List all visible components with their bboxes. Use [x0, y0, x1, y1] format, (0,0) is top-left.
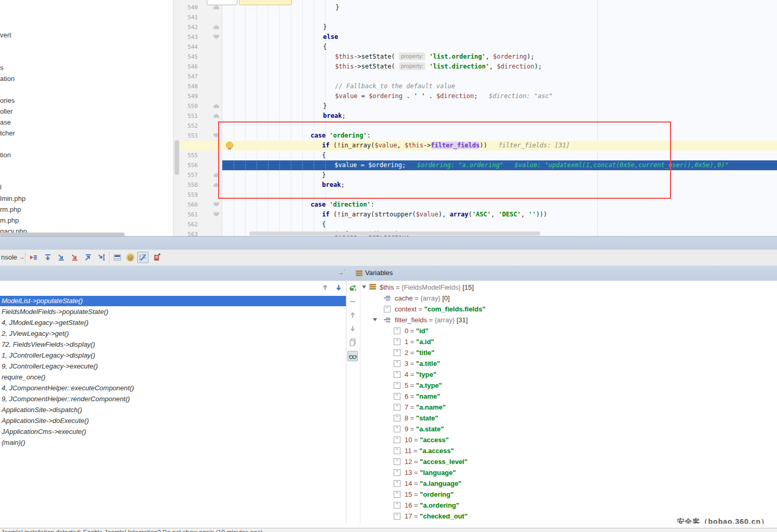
fold-end-icon[interactable]: [213, 5, 219, 9]
frames-row[interactable]: 4, JModelLegacy->getState(): [0, 318, 346, 328]
variable-row[interactable]: "3 = "a.title": [359, 358, 777, 369]
fold-end-icon[interactable]: [213, 173, 219, 177]
gutter-line-number[interactable]: 546: [180, 62, 198, 72]
frames-pin-icon[interactable]: →˙: [338, 269, 346, 276]
evaluate-expression-icon[interactable]: [112, 252, 123, 263]
float-window-icon[interactable]: →˙: [19, 253, 27, 261]
gutter-line-number[interactable]: 553: [180, 131, 198, 141]
gutter-line-number[interactable]: 551: [180, 111, 198, 121]
project-tree-item[interactable]: l: [0, 183, 2, 191]
gutter-line-number[interactable]: 563: [180, 229, 198, 236]
code-line[interactable]: break;: [322, 180, 344, 190]
code-line[interactable]: }: [323, 22, 327, 32]
gutter-line-number[interactable]: 544: [180, 42, 198, 52]
show-watches-inline-icon[interactable]: 12: [137, 252, 149, 263]
fold-end-icon[interactable]: [213, 104, 219, 108]
frames-panel[interactable]: ModelList->populateState()FieldsModelFie…: [0, 281, 346, 524]
expand-arrow-icon[interactable]: [373, 318, 377, 321]
frames-row[interactable]: {main}(): [0, 438, 346, 448]
intention-lightbulb-icon[interactable]: [226, 142, 233, 149]
code-line[interactable]: {: [322, 151, 326, 160]
move-up-icon[interactable]: [348, 310, 357, 320]
variable-row[interactable]: "10 = "access": [359, 434, 777, 445]
code-line[interactable]: }: [323, 101, 327, 111]
code-line[interactable]: if (!in_array($value, $this->filter_fiel…: [322, 141, 570, 151]
step-into-icon[interactable]: [56, 252, 66, 263]
force-step-into-icon[interactable]: [70, 252, 80, 263]
code-line[interactable]: $this->setState( property: 'list.orderin…: [335, 52, 534, 62]
frames-row[interactable]: 4, JComponentHelper::executeComponent(): [0, 383, 346, 393]
frames-row[interactable]: FieldsModelFields->populateState(): [0, 307, 346, 317]
editor-hscrollbar[interactable]: [249, 231, 540, 236]
gutter-line-number[interactable]: 548: [180, 81, 198, 91]
show-watches-icon[interactable]: [347, 351, 358, 361]
editor-gutter[interactable]: 5405415425435445455465475485495505515525…: [180, 0, 222, 236]
gutter-line-number[interactable]: 542: [180, 22, 198, 32]
code-line[interactable]: }: [322, 170, 326, 180]
project-tree-item[interactable]: s: [0, 64, 4, 72]
variable-row[interactable]: "6 = "name": [359, 391, 777, 402]
variable-row[interactable]: "13 = "language": [359, 467, 777, 478]
frames-row[interactable]: 9, JComponentHelper::renderComponent(): [0, 394, 346, 404]
vscrollbar-thumb[interactable]: [175, 140, 179, 175]
variable-row[interactable]: cache = {array} [0]: [359, 293, 777, 304]
fold-start-icon[interactable]: [213, 202, 219, 207]
project-tree-item[interactable]: tcher: [0, 129, 15, 137]
frames-row[interactable]: require_once(): [0, 372, 346, 383]
variable-row[interactable]: "1 = "a.id": [359, 336, 777, 347]
frames-row[interactable]: 9, JControllerLegacy->execute(): [0, 361, 346, 372]
project-tree-item[interactable]: ation: [0, 75, 15, 83]
gutter-line-number[interactable]: 552: [180, 121, 198, 131]
gutter-line-number[interactable]: 555: [180, 151, 198, 160]
code-line[interactable]: case 'ordering':: [311, 131, 371, 141]
run-to-cursor-icon[interactable]: [97, 252, 107, 263]
gutter-line-number[interactable]: 558: [180, 180, 198, 190]
clipped-button-yellow[interactable]: [239, 0, 292, 5]
variable-row[interactable]: $this = {FieldsModelFields} [15]: [359, 282, 777, 293]
gutter-line-number[interactable]: 545: [180, 52, 198, 62]
gutter-line-number[interactable]: 540: [180, 3, 198, 12]
variables-panel[interactable]: $this = {FieldsModelFields} [15]cache = …: [359, 281, 777, 524]
variable-row[interactable]: "15 = "ordering": [359, 489, 777, 500]
clipped-button-light[interactable]: [207, 0, 237, 5]
variable-row[interactable]: "8 = "state": [359, 413, 777, 424]
code-line[interactable]: $this->setState( property: 'list.directi…: [335, 62, 542, 72]
gutter-line-number[interactable]: 543: [180, 32, 198, 42]
frames-row[interactable]: 1, JControllerLegacy->display(): [0, 350, 346, 361]
frames-row[interactable]: 72, FieldsViewFields->display(): [0, 339, 346, 350]
code-line[interactable]: {: [322, 220, 326, 229]
project-tree-item[interactable]: ase: [0, 118, 11, 126]
frames-row[interactable]: ApplicationSite->doExecute(): [0, 416, 346, 426]
gutter-line-number[interactable]: 562: [180, 220, 198, 229]
variable-row[interactable]: "2 = "title": [359, 347, 777, 358]
gutter-line-number[interactable]: 549: [180, 91, 198, 101]
variable-row[interactable]: "7 = "a.name": [359, 402, 777, 413]
move-down-icon[interactable]: [348, 324, 357, 333]
add-watch-icon[interactable]: [348, 283, 357, 293]
frames-row[interactable]: JApplicationCms->execute(): [0, 427, 346, 437]
project-tree-item[interactable]: ories: [0, 97, 15, 104]
code-line[interactable]: }: [336, 3, 339, 12]
project-tree-vscrollbar[interactable]: [173, 0, 181, 236]
gutter-line-number[interactable]: 547: [180, 72, 198, 81]
variable-row[interactable]: "14 = "a.language": [359, 478, 777, 489]
fold-end-icon[interactable]: [213, 114, 219, 118]
variable-row[interactable]: "5 = "a.type": [359, 380, 777, 391]
show-execution-point-icon[interactable]: [28, 252, 38, 263]
project-tree-panel[interactable]: vertsationoriesollerasetchertionllmin.ph…: [0, 0, 173, 236]
code-line[interactable]: {: [323, 42, 327, 52]
gutter-line-number[interactable]: 541: [180, 12, 198, 22]
console-tab[interactable]: nsole: [1, 253, 17, 261]
variable-row[interactable]: "11 = "a.access": [359, 445, 777, 456]
fold-start-icon[interactable]: [213, 133, 219, 138]
variable-row[interactable]: "12 = "access_level": [359, 456, 777, 467]
code-line[interactable]: else: [323, 32, 338, 42]
frames-row[interactable]: 2, JViewLegacy->get(): [0, 329, 346, 339]
fold-start-icon[interactable]: [213, 212, 219, 216]
code-line[interactable]: // Fallback to the default value: [335, 81, 455, 91]
step-out-icon[interactable]: [83, 252, 93, 263]
step-over-icon[interactable]: [43, 252, 53, 263]
variable-row[interactable]: filter_fields = {array} [31]: [359, 315, 777, 325]
restore-layout-icon[interactable]: [152, 252, 162, 263]
fold-end-icon[interactable]: [213, 183, 219, 187]
